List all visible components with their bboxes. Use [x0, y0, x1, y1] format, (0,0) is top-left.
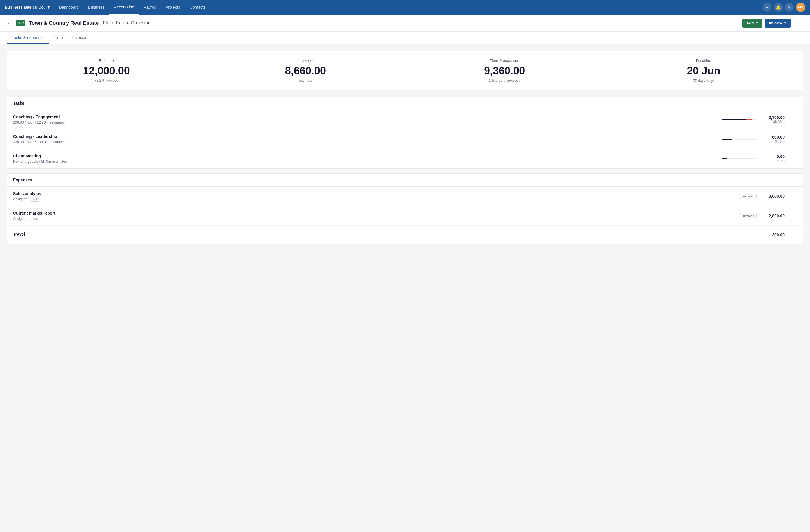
stat-estimate: Estimate 12,000.00 72.2% invoiced: [7, 51, 206, 89]
more-menu-button[interactable]: ⋮: [789, 230, 797, 239]
amount-value: 660.00: [761, 135, 784, 139]
stat-time-label: Time & expenses: [410, 58, 599, 63]
progress-track: [722, 158, 757, 159]
task-amount: 2,700.00 13h 30m: [761, 115, 784, 124]
tab-time[interactable]: Time: [49, 32, 68, 44]
nav-item-accounting[interactable]: Accounting: [110, 0, 139, 15]
nav-item-dashboard[interactable]: Dashboard: [54, 0, 84, 15]
expense-title: Current market report: [13, 211, 740, 216]
expenses-header: Expenses: [7, 173, 803, 187]
stat-estimate-value: 12,000.00: [12, 65, 201, 77]
invoiced-badge: Invoiced: [740, 213, 757, 218]
expenses-card: Expenses Sales analysis Assigned Draft I…: [7, 173, 803, 244]
stat-deadline: Deadline 20 Jun 38 days to go: [604, 51, 803, 89]
task-info: Coaching - Engagement 200.00 / hour • 12…: [13, 115, 722, 124]
task-amount: 660.00 3h 0m: [761, 135, 784, 144]
expense-right: Invoiced 3,000.00 ⋮: [740, 192, 797, 201]
expense-info: Travel: [13, 232, 761, 238]
nav-item-business[interactable]: Business: [83, 0, 110, 15]
tabs-bar: Tasks & expenses Time Invoices: [0, 32, 810, 44]
task-title: Client Meeting: [13, 154, 722, 159]
expense-right: 200.00 ⋮: [761, 230, 797, 239]
nav-right: + 🔔 ? MS: [763, 3, 805, 12]
nav-item-payroll[interactable]: Payroll: [139, 0, 161, 15]
subheader: ← TCR Town & Country Real Estate Fit for…: [0, 15, 810, 32]
stat-deadline-label: Deadline: [609, 58, 798, 63]
nav-item-projects[interactable]: Projects: [161, 0, 185, 15]
progress-fill: [722, 119, 746, 120]
invoiced-badge: Invoiced: [740, 194, 757, 199]
more-menu-button[interactable]: ⋮: [789, 135, 797, 144]
task-sub: 200.00 / hour • 12h 0m estimated: [13, 120, 722, 124]
top-navigation: Business Basics Co. ▼ Dashboard Business…: [0, 0, 810, 15]
amount-time: 13h 30m: [761, 120, 784, 124]
table-row: Coaching - Leadership 220.00 / hour • 10…: [7, 130, 803, 149]
stat-time-expenses: Time & expenses 9,360.00 1,900.00 uninvo…: [405, 51, 604, 89]
tab-tasks-expenses[interactable]: Tasks & expenses: [7, 32, 49, 44]
amount-value: 2,700.00: [761, 115, 784, 120]
amount-time: 3h 0m: [761, 139, 784, 144]
stat-invoiced-sub: excl. tax: [211, 79, 400, 83]
expense-title: Travel: [13, 232, 761, 236]
stat-estimate-sub: 72.2% invoiced: [12, 79, 201, 83]
settings-button[interactable]: ⚙: [793, 18, 803, 28]
task-title: Coaching - Engagement: [13, 115, 722, 119]
amount-value: 2,800.00: [761, 214, 784, 218]
progress-fill: [722, 138, 732, 140]
stat-estimate-label: Estimate: [12, 58, 201, 63]
progress-track: [722, 138, 757, 140]
add-button[interactable]: Add ▼: [742, 19, 762, 28]
amount-value: 3,000.00: [761, 194, 784, 199]
draft-badge: Draft: [30, 197, 40, 202]
brand-selector[interactable]: Business Basics Co. ▼: [5, 5, 54, 10]
task-right: 2,700.00 13h 30m ⋮: [722, 115, 797, 124]
more-menu-button[interactable]: ⋮: [789, 115, 797, 124]
table-row: Sales analysis Assigned Draft Invoiced 3…: [7, 187, 803, 206]
main-content: Estimate 12,000.00 72.2% invoiced Invoic…: [0, 44, 810, 256]
task-right: 0.00 1h 0m ⋮: [722, 154, 797, 163]
expense-info: Current market report Assigned Draft: [13, 211, 740, 221]
more-menu-button[interactable]: ⋮: [789, 154, 797, 163]
expense-right: Invoiced 2,800.00 ⋮: [740, 212, 797, 220]
nav-links: Dashboard Business Accounting Payroll Pr…: [54, 0, 763, 15]
expense-amount: 3,000.00: [761, 194, 784, 199]
subheader-actions: Add ▼ Invoice ▼ ⚙: [742, 18, 803, 28]
expense-amount: 2,800.00: [761, 214, 784, 218]
tasks-header: Tasks: [7, 97, 803, 110]
progress-overflow: [746, 119, 752, 120]
expense-sub: Assigned Draft: [13, 217, 740, 221]
invoice-button[interactable]: Invoice ▼: [765, 19, 791, 28]
expense-title: Sales analysis: [13, 191, 740, 196]
draft-badge: Draft: [30, 217, 40, 221]
table-row: Client Meeting Non-chargeable • 5h 0m es…: [7, 149, 803, 168]
amount-value: 0.00: [761, 154, 784, 159]
progress-fill: [722, 158, 727, 159]
brand-chevron: ▼: [47, 5, 51, 10]
progress-bar-engagement: [722, 119, 757, 120]
table-row: Coaching - Engagement 200.00 / hour • 12…: [7, 110, 803, 130]
expense-amount: 200.00: [761, 232, 784, 237]
stat-time-sub: 1,900.00 uninvoiced: [410, 79, 599, 83]
expense-sub: Assigned Draft: [13, 197, 740, 201]
task-title: Coaching - Leadership: [13, 134, 722, 139]
task-right: 660.00 3h 0m ⋮: [722, 135, 797, 144]
stats-row: Estimate 12,000.00 72.2% invoiced Invoic…: [7, 51, 803, 89]
more-menu-button[interactable]: ⋮: [789, 192, 797, 201]
notifications-button[interactable]: 🔔: [774, 3, 782, 12]
stat-deadline-sub: 38 days to go: [609, 79, 798, 83]
add-icon-button[interactable]: +: [763, 3, 772, 12]
more-menu-button[interactable]: ⋮: [789, 212, 797, 220]
stat-deadline-value: 20 Jun: [609, 65, 798, 77]
stat-invoiced: Invoiced 8,660.00 excl. tax: [206, 51, 405, 89]
help-button[interactable]: ?: [785, 3, 794, 12]
table-row: Current market report Assigned Draft Inv…: [7, 206, 803, 226]
project-name: Fit for Future Coaching: [103, 20, 150, 26]
amount-time: 1h 0m: [761, 159, 784, 163]
tab-invoices[interactable]: Invoices: [67, 32, 92, 44]
stat-invoiced-label: Invoiced: [211, 58, 400, 63]
back-button[interactable]: ←: [7, 20, 12, 26]
avatar[interactable]: MS: [796, 3, 805, 12]
stat-time-value: 9,360.00: [410, 65, 599, 77]
stat-invoiced-value: 8,660.00: [211, 65, 400, 77]
nav-item-contacts[interactable]: Contacts: [185, 0, 210, 15]
